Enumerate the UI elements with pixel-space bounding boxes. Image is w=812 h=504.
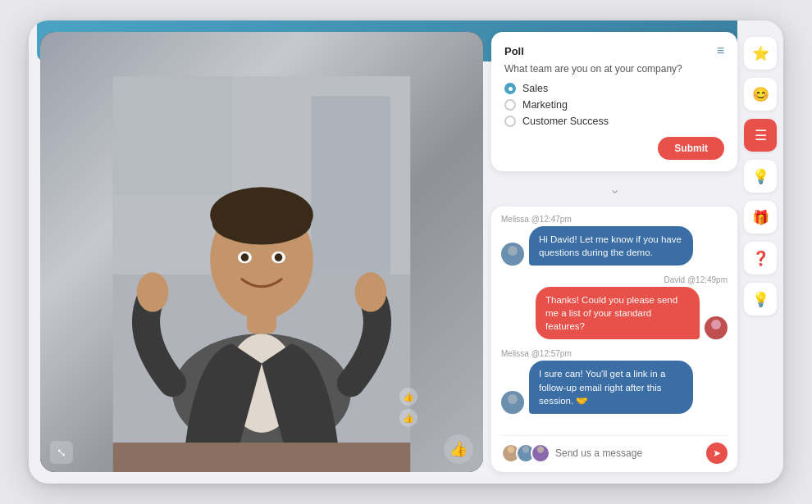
avatar-group-3 bbox=[531, 443, 550, 463]
right-panel: Poll ≡ What team are you on at your comp… bbox=[483, 20, 737, 484]
svg-rect-3 bbox=[113, 76, 232, 195]
poll-options: Sales Marketing Customer Success bbox=[504, 83, 724, 127]
msg-meta-1: Melissa @12:47pm bbox=[501, 215, 728, 224]
chat-messages: Melissa @12:47pm Hi David! Let me know i… bbox=[501, 215, 728, 429]
poll-option-sales[interactable]: Sales bbox=[504, 83, 724, 94]
chat-card: Melissa @12:47pm Hi David! Let me know i… bbox=[491, 207, 737, 472]
submit-row: Submit bbox=[504, 137, 724, 160]
avatar-david bbox=[705, 316, 728, 339]
svg-point-23 bbox=[508, 446, 514, 452]
poll-card: Poll ≡ What team are you on at your comp… bbox=[491, 32, 737, 171]
video-area: 👍 👍 ⤡ 👍 bbox=[40, 32, 483, 472]
svg-point-17 bbox=[508, 246, 518, 256]
sidebar-emoji-button[interactable]: 😊 bbox=[744, 78, 777, 111]
poll-option-marketing[interactable]: Marketing bbox=[504, 99, 724, 111]
video-overlay: ⤡ 👍 bbox=[50, 434, 473, 464]
radio-customer-success[interactable] bbox=[504, 116, 516, 127]
svg-point-9 bbox=[212, 201, 312, 244]
person-silhouette bbox=[107, 76, 417, 472]
poll-menu-icon[interactable]: ≡ bbox=[717, 43, 724, 58]
option-label-marketing: Marketing bbox=[522, 99, 568, 111]
svg-point-26 bbox=[520, 455, 531, 461]
svg-point-25 bbox=[522, 446, 529, 452]
like-bubble-1: 👍 bbox=[399, 388, 417, 406]
sidebar-idea-button[interactable]: 💡 bbox=[744, 160, 777, 193]
option-label-customer-success: Customer Success bbox=[522, 116, 609, 127]
message-group-1: Melissa @12:47pm Hi David! Let me know i… bbox=[501, 215, 728, 266]
floating-likes: 👍 👍 bbox=[399, 388, 417, 427]
svg-point-20 bbox=[708, 333, 724, 339]
thumbs-up-icon[interactable]: 👍 bbox=[444, 434, 473, 464]
chat-input-row: ➤ bbox=[501, 435, 728, 464]
poll-option-customer-success[interactable]: Customer Success bbox=[504, 116, 724, 127]
msg-meta-2: David @12:49pm bbox=[501, 275, 728, 284]
poll-question: What team are you on at your company? bbox=[504, 63, 724, 75]
bubble-2: Thanks! Could you please send me a list … bbox=[536, 287, 700, 339]
sidebar: ⭐ 😊 ☰ 💡 🎁 ❓ 💡 bbox=[737, 20, 783, 484]
chat-input-field[interactable] bbox=[555, 447, 701, 459]
like-bubble-2: 👍 bbox=[399, 409, 417, 427]
bubble-row-3: I sure can! You'll get a link in a follo… bbox=[501, 361, 728, 413]
svg-point-27 bbox=[537, 446, 544, 452]
svg-point-19 bbox=[711, 320, 721, 329]
sidebar-gift-button[interactable]: 🎁 bbox=[744, 201, 777, 234]
submit-button[interactable]: Submit bbox=[658, 137, 724, 160]
bubble-row-2: Thanks! Could you please send me a list … bbox=[501, 287, 728, 339]
svg-point-15 bbox=[355, 272, 387, 311]
expand-icon[interactable]: ⤡ bbox=[50, 441, 73, 464]
chevron-down-icon[interactable]: ⌄ bbox=[609, 181, 620, 197]
avatars-group bbox=[501, 443, 550, 463]
svg-point-11 bbox=[241, 253, 249, 261]
avatar-melissa-2 bbox=[501, 391, 524, 414]
device-frame: 👍 👍 ⤡ 👍 Poll ≡ What team are you on at y… bbox=[29, 20, 783, 484]
poll-header: Poll ≡ bbox=[504, 43, 724, 58]
video-background: 👍 👍 bbox=[40, 32, 483, 472]
sidebar-list-button[interactable]: ☰ bbox=[744, 119, 777, 152]
msg-meta-3: Melissa @12:57pm bbox=[501, 349, 728, 358]
poll-title: Poll bbox=[504, 45, 524, 57]
send-button[interactable]: ➤ bbox=[706, 443, 728, 464]
svg-point-18 bbox=[504, 259, 521, 266]
sidebar-bulb-button[interactable]: 💡 bbox=[744, 283, 777, 316]
radio-marketing[interactable] bbox=[504, 99, 516, 111]
bubble-3: I sure can! You'll get a link in a follo… bbox=[529, 361, 693, 413]
svg-point-28 bbox=[535, 455, 545, 461]
svg-rect-2 bbox=[311, 96, 390, 274]
svg-point-13 bbox=[275, 253, 283, 261]
option-label-sales: Sales bbox=[522, 83, 548, 94]
svg-point-22 bbox=[504, 407, 521, 414]
bubble-1: Hi David! Let me know if you have questi… bbox=[529, 226, 693, 266]
chevron-row: ⌄ bbox=[491, 181, 737, 197]
svg-point-21 bbox=[508, 394, 518, 404]
message-group-2: David @12:49pm Thanks! Could you please … bbox=[501, 275, 728, 339]
sidebar-star-button[interactable]: ⭐ bbox=[744, 37, 777, 70]
svg-point-14 bbox=[137, 272, 169, 311]
sidebar-question-button[interactable]: ❓ bbox=[744, 242, 777, 275]
bubble-row-1: Hi David! Let me know if you have questi… bbox=[501, 226, 728, 266]
radio-sales[interactable] bbox=[504, 83, 516, 94]
svg-point-24 bbox=[505, 455, 516, 461]
avatar-melissa-1 bbox=[501, 243, 524, 266]
message-group-3: Melissa @12:57pm I sure can! You'll get … bbox=[501, 349, 728, 413]
